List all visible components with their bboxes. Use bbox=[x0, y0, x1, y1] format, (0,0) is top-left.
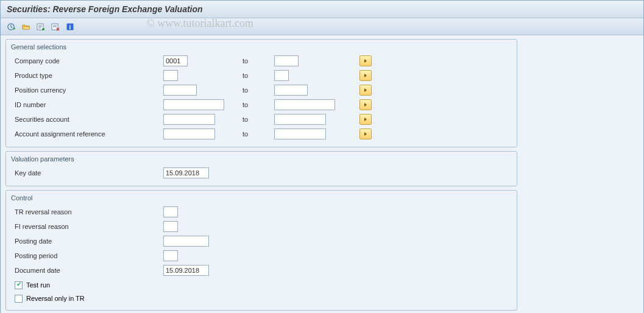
label-posting-date: Posting date bbox=[11, 237, 163, 245]
arrow-right-icon bbox=[363, 132, 368, 136]
row-position-currency: Position currency to bbox=[11, 83, 512, 97]
arrow-right-icon bbox=[363, 102, 368, 107]
label-securities-account: Securities account bbox=[11, 116, 163, 123]
label-position-currency: Position currency bbox=[11, 86, 163, 94]
label-key-date: Key date bbox=[11, 169, 163, 177]
document-date-field[interactable] bbox=[163, 265, 209, 276]
multi-select-product-type[interactable] bbox=[359, 70, 372, 81]
label-test-run: Test run bbox=[26, 281, 50, 289]
form-delete-icon bbox=[51, 22, 60, 32]
multi-select-account-assignment[interactable] bbox=[359, 128, 372, 139]
row-product-type: Product type to bbox=[11, 69, 512, 82]
row-posting-period: Posting period bbox=[11, 249, 512, 262]
row-fi-reversal-reason: FI reversal reason bbox=[11, 220, 512, 233]
folder-open-icon bbox=[21, 22, 31, 32]
content-area: General selections Company code to Produ… bbox=[1, 35, 643, 313]
row-tr-reversal-reason: TR reversal reason bbox=[11, 205, 512, 219]
securities-account-to[interactable] bbox=[274, 114, 326, 125]
form-options-icon bbox=[36, 22, 46, 32]
info-icon: i bbox=[65, 22, 75, 32]
fi-reversal-reason-field[interactable] bbox=[163, 221, 178, 232]
tr-reversal-reason-field[interactable] bbox=[163, 206, 178, 217]
label-id-number: ID number bbox=[11, 101, 163, 108]
to-label: to bbox=[242, 101, 274, 108]
label-tr-reversal-reason: TR reversal reason bbox=[11, 208, 163, 216]
group-title-general: General selections bbox=[11, 43, 512, 51]
arrow-right-icon bbox=[363, 58, 368, 63]
to-label: to bbox=[242, 116, 274, 123]
posting-period-field[interactable] bbox=[163, 250, 178, 261]
account-assignment-to[interactable] bbox=[274, 128, 326, 139]
company-code-to[interactable] bbox=[274, 55, 299, 66]
test-run-checkbox[interactable] bbox=[15, 281, 23, 289]
to-label: to bbox=[242, 57, 274, 65]
row-document-date: Document date bbox=[11, 264, 512, 277]
multi-select-company-code[interactable] bbox=[359, 55, 372, 66]
multi-select-position-currency[interactable] bbox=[359, 85, 372, 96]
arrow-right-icon bbox=[363, 117, 368, 122]
label-document-date: Document date bbox=[11, 267, 163, 274]
securities-account-from[interactable] bbox=[163, 114, 215, 125]
group-title-control: Control bbox=[11, 194, 512, 202]
execute-button[interactable] bbox=[5, 21, 18, 33]
product-type-from[interactable] bbox=[163, 70, 178, 81]
position-currency-to[interactable] bbox=[274, 85, 308, 96]
delete-selection-button[interactable] bbox=[49, 21, 62, 33]
row-reversal-only-in-tr: Reversal only in TR bbox=[11, 292, 512, 305]
to-label: to bbox=[242, 72, 274, 79]
label-posting-period: Posting period bbox=[11, 252, 163, 259]
label-account-assignment-reference: Account assignment reference bbox=[11, 130, 163, 138]
row-id-number: ID number to bbox=[11, 98, 512, 111]
posting-date-field[interactable] bbox=[163, 236, 209, 247]
arrow-right-icon bbox=[363, 88, 368, 93]
selection-options-button[interactable] bbox=[35, 21, 47, 33]
row-account-assignment-reference: Account assignment reference to bbox=[11, 127, 512, 141]
group-general-selections: General selections Company code to Produ… bbox=[5, 39, 517, 147]
account-assignment-from[interactable] bbox=[163, 128, 215, 139]
to-label: to bbox=[242, 130, 274, 138]
row-key-date: Key date bbox=[11, 166, 512, 180]
row-securities-account: Securities account to bbox=[11, 113, 512, 126]
label-product-type: Product type bbox=[11, 72, 163, 79]
position-currency-from[interactable] bbox=[163, 85, 197, 96]
info-button[interactable]: i bbox=[64, 21, 76, 33]
group-control: Control TR reversal reason FI reversal r… bbox=[5, 190, 517, 311]
key-date-field[interactable] bbox=[163, 167, 209, 178]
company-code-from[interactable] bbox=[163, 55, 188, 66]
label-fi-reversal-reason: FI reversal reason bbox=[11, 223, 163, 230]
multi-select-securities-account[interactable] bbox=[359, 114, 372, 125]
toolbar: i bbox=[1, 18, 643, 35]
row-posting-date: Posting date bbox=[11, 234, 512, 248]
id-number-from[interactable] bbox=[163, 99, 224, 110]
row-company-code: Company code to bbox=[11, 54, 512, 68]
to-label: to bbox=[242, 86, 274, 94]
label-company-code: Company code bbox=[11, 57, 163, 65]
row-test-run: Test run bbox=[11, 278, 512, 292]
id-number-to[interactable] bbox=[274, 99, 335, 110]
svg-text:i: i bbox=[69, 24, 71, 30]
get-variant-button[interactable] bbox=[20, 21, 32, 33]
page-title: Securities: Reverse Foreign Exchange Val… bbox=[1, 1, 643, 18]
product-type-to[interactable] bbox=[274, 70, 289, 81]
arrow-right-icon bbox=[363, 73, 368, 78]
group-title-valuation: Valuation parameters bbox=[11, 155, 512, 163]
svg-point-2 bbox=[42, 28, 44, 30]
multi-select-id-number[interactable] bbox=[359, 99, 372, 110]
clock-execute-icon bbox=[7, 22, 16, 32]
group-valuation-parameters: Valuation parameters Key date bbox=[5, 151, 517, 186]
label-reversal-only-in-tr: Reversal only in TR bbox=[26, 295, 85, 302]
reversal-only-in-tr-checkbox[interactable] bbox=[15, 295, 23, 303]
